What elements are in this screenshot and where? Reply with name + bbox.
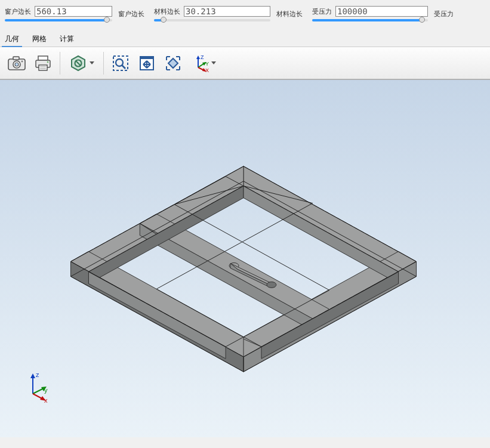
diamond-icon <box>164 54 182 72</box>
svg-rect-1 <box>13 57 19 60</box>
param-label-right: 材料边长 <box>276 10 303 18</box>
window-edge-input[interactable] <box>35 6 112 17</box>
chevron-down-icon <box>211 61 216 64</box>
svg-marker-19 <box>168 58 178 68</box>
param-window-edge: 窗户边长 <box>5 6 112 21</box>
tab-bar: 几何 网格 计算 <box>0 32 490 47</box>
tab-mesh[interactable]: 网格 <box>31 32 48 47</box>
svg-line-16 <box>122 65 125 69</box>
zoom-box-icon <box>112 54 130 72</box>
svg-marker-21 <box>196 55 200 59</box>
param-material-edge: 材料边长 <box>154 6 270 21</box>
param-label-right: 受压力 <box>434 10 454 18</box>
svg-rect-5 <box>38 56 48 60</box>
svg-point-55 <box>267 282 276 288</box>
svg-marker-44 <box>244 186 399 284</box>
separator <box>60 52 60 75</box>
svg-text:Y: Y <box>205 61 209 67</box>
separator <box>103 52 104 75</box>
tab-compute[interactable]: 计算 <box>58 32 75 47</box>
viewport-axis-triad: z y x <box>24 370 54 404</box>
svg-text:Z: Z <box>201 54 204 60</box>
svg-text:z: z <box>36 371 39 378</box>
svg-point-3 <box>15 63 19 66</box>
print-button[interactable] <box>30 50 56 76</box>
toolbar: Z Y X <box>0 47 490 79</box>
material-edge-input[interactable] <box>184 6 270 17</box>
param-label-right: 窗户边长 <box>118 10 144 18</box>
axis-triad-icon: Z Y X <box>192 54 209 72</box>
svg-rect-18 <box>140 57 153 59</box>
pressure-input[interactable] <box>335 6 428 17</box>
camera-icon <box>7 54 26 72</box>
svg-text:x: x <box>44 397 48 403</box>
zoom-box-button[interactable] <box>107 50 134 76</box>
axes-orientation-button[interactable]: Z Y X <box>186 50 222 76</box>
hexagon-icon <box>69 54 87 72</box>
printer-icon <box>33 54 53 72</box>
tab-geometry[interactable]: 几何 <box>4 32 20 47</box>
svg-text:X: X <box>205 67 209 72</box>
viewport-3d[interactable]: .f-top{fill:#9fa0a0;stroke:#333;stroke-w… <box>0 79 490 437</box>
screenshot-button[interactable] <box>4 50 30 76</box>
svg-point-10 <box>47 61 49 63</box>
param-label: 材料边长 <box>154 7 180 16</box>
svg-rect-7 <box>39 65 47 70</box>
window-edge-slider[interactable] <box>5 19 112 21</box>
param-label: 窗户边长 <box>5 7 31 16</box>
pressure-slider[interactable] <box>312 19 428 21</box>
svg-marker-45 <box>88 271 226 359</box>
zoom-extents-icon <box>138 54 156 72</box>
svg-marker-57 <box>30 373 35 378</box>
chevron-down-icon <box>90 61 94 64</box>
svg-point-4 <box>21 60 23 62</box>
model-render: .f-top{fill:#9fa0a0;stroke:#333;stroke-w… <box>0 80 490 437</box>
material-edge-slider[interactable] <box>154 19 270 21</box>
param-pressure: 受压力 <box>312 6 428 21</box>
zoom-extents-button[interactable] <box>134 50 160 76</box>
svg-text:y: y <box>44 387 48 394</box>
render-mode-button[interactable] <box>64 50 100 76</box>
zoom-selection-button[interactable] <box>160 50 186 76</box>
parameter-panel: 窗户边长 窗户边长 材料边长 材料边长 受压力 受压力 <box>0 0 490 32</box>
param-label: 受压力 <box>312 7 332 16</box>
